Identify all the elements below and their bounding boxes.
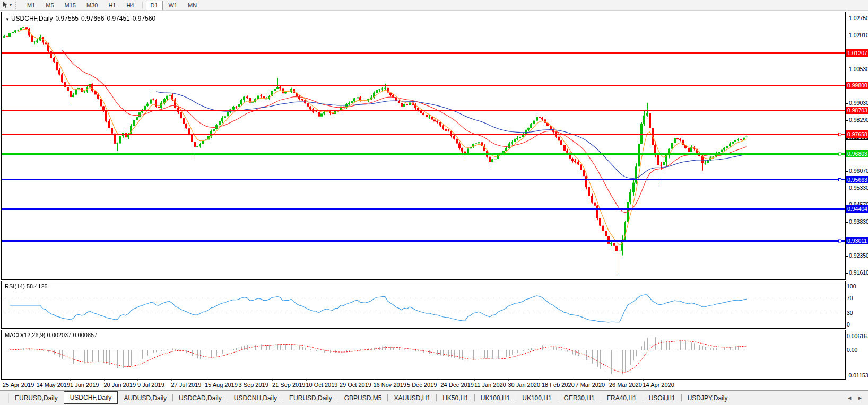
timeframe-button-h1[interactable]: H1 [103,1,120,10]
date-tick [306,380,307,381]
chart-tab-uk100-h1[interactable]: UK100,H1 [516,392,557,404]
level-badge: 0.98703 [846,107,868,114]
chart-tab-xauusd-h1[interactable]: XAUUSD,H1 [388,392,436,404]
price-tick: 0.98290 [846,117,868,123]
toolbar-separator [142,2,143,9]
chart-tabs: EURUSD,DailyUSDCHF,DailyAUDUSD,DailyUSDC… [9,392,734,404]
tabs-scroll-left-icon[interactable]: ◄ [847,395,852,401]
macd-axis-tick: 0.006167 [847,333,868,339]
date-label: 27 Jul 2019 [171,382,202,388]
date-tick [171,380,172,381]
chart-tab-usdchf-daily[interactable]: USDCHF,Daily [64,391,118,404]
toolbar-drag-grip [15,2,18,9]
date-tick [374,380,374,381]
timeframe-button-mn[interactable]: MN [183,1,202,10]
price-tick: 0.95330 [846,184,868,191]
timeframe-button-m1[interactable]: M1 [22,1,40,10]
timeframe-button-m15[interactable]: M15 [60,1,81,10]
level-badge: 1.01207 [846,49,868,57]
date-label: 25 Apr 2019 [3,382,34,388]
timeframe-buttons: M1M5M15M30H1H4D1W1MN [22,1,202,10]
level-badge: 0.97658 [846,130,868,138]
rsi-canvas[interactable] [2,281,845,328]
chart-tab-usdjpy-daily[interactable]: USDJPY,Daily [682,392,734,404]
date-tick [474,380,475,381]
timeframe-button-h4[interactable]: H4 [121,1,138,10]
ohlc-open: 0.97555 [56,15,79,22]
date-label: 24 Dec 2019 [441,382,474,388]
date-label: 21 Sep 2019 [272,382,305,388]
chart-tab-gbpusd-m5[interactable]: GBPUSD,M5 [338,392,388,404]
date-tick [407,380,407,381]
chart-workspace: ▼USDCHF,Daily0.975550.976560.974510.9756… [0,11,868,390]
timeframe-button-w1[interactable]: W1 [164,1,183,10]
date-axis: 25 Apr 201914 May 20191 Jun 201920 Jun 2… [1,380,846,390]
ohlc-low: 0.97451 [107,15,129,22]
date-tick [609,380,610,381]
macd-canvas[interactable] [2,330,845,379]
date-label: 16 Nov 2019 [374,382,406,388]
date-label: 26 Mar 2020 [609,382,642,388]
main-chart-pane: ▼USDCHF,Daily0.975550.976560.974510.9756… [1,12,846,280]
level-badge: 0.96803 [846,150,868,157]
chart-tab-usdcnh-daily[interactable]: USDCNH,Daily [228,392,283,404]
level-badge: 0.94404 [846,205,868,213]
date-tick [542,380,542,381]
date-label: 20 Jun 2019 [104,382,136,388]
timeframe-button-d1[interactable]: D1 [146,1,163,10]
level-badge: 0.95663 [846,176,868,183]
rsi-axis-tick: 30 [847,310,853,316]
date-tick [576,380,576,381]
timeframe-button-m5[interactable]: M5 [41,1,58,10]
date-label: 14 May 2019 [37,382,71,388]
chart-tab-uk100-h1[interactable]: UK100,H1 [475,392,516,404]
chart-tab-fra40-h1[interactable]: FRA40,H1 [601,392,643,404]
date-tick [272,380,273,381]
date-label: 10 Oct 2019 [306,382,338,388]
chart-tab-audusd-daily[interactable]: AUDUSD,Daily [118,392,172,404]
dropdown-caret-icon[interactable]: ▾ [10,3,12,7]
date-tick [37,380,37,381]
rsi-label: RSI(14) 58.4125 [5,283,48,289]
symbol-label: USDCHF,Daily [11,15,53,22]
date-tick [340,380,340,381]
chart-tab-eurusd-daily[interactable]: EURUSD,Daily [9,392,64,404]
chart-tab-ger30-h1[interactable]: GER30,H1 [558,392,601,404]
date-label: 9 Jul 2019 [137,382,164,388]
date-label: 29 Oct 2019 [340,382,371,388]
date-label: 11 Jan 2020 [474,382,506,388]
date-label: 7 Mar 2020 [576,382,605,388]
level-badge: 0.93011 [846,237,868,244]
date-label: 3 Sep 2019 [239,382,268,388]
chart-tab-usdcad-daily[interactable]: USDCAD,Daily [173,392,228,404]
rsi-axis-tick: 0 [847,321,850,328]
tab-bar-lead [0,393,9,403]
date-tick [137,380,138,381]
date-tick [508,380,509,381]
tabs-scroll-right-icon[interactable]: ► [857,395,863,401]
chart-tab-eurusd-daily[interactable]: EURUSD,Daily [283,392,338,404]
date-tick [3,380,3,381]
price-tick: 1.02010 [846,32,868,38]
ohlc-close: 0.97560 [133,15,155,22]
chart-tab-bar: EURUSD,DailyUSDCHF,DailyAUDUSD,DailyUSDC… [0,390,868,405]
chart-tab-hk50-h1[interactable]: HK50,H1 [437,392,474,404]
date-tick [205,380,205,381]
price-chart-canvas[interactable] [2,12,845,279]
cursor-tool-icon[interactable] [2,2,9,9]
price-tick: 0.96070 [846,168,868,174]
macd-label: MACD(12,26,9) 0.002037 0.000857 [5,332,97,338]
macd-axis-tick: -0.011533 [847,372,868,378]
macd-pane: MACD(12,26,9) 0.002037 0.000857 [1,330,846,380]
chart-tab-usoil-h1[interactable]: USOil,H1 [643,392,681,404]
macd-axis-tick: 0.00 [847,347,857,353]
timeframe-button-m30[interactable]: M30 [82,1,102,10]
price-tick: 1.00530 [846,66,868,72]
date-tick [70,380,71,381]
date-tick [104,380,105,381]
date-label: 15 Aug 2019 [205,382,238,388]
price-tick: 0.92350 [846,252,868,259]
timeframe-toolbar: ▾ M1M5M15M30H1H4D1W1MN [0,0,868,11]
date-tick [643,380,644,381]
collapse-triangle-icon[interactable]: ▼ [5,17,10,22]
